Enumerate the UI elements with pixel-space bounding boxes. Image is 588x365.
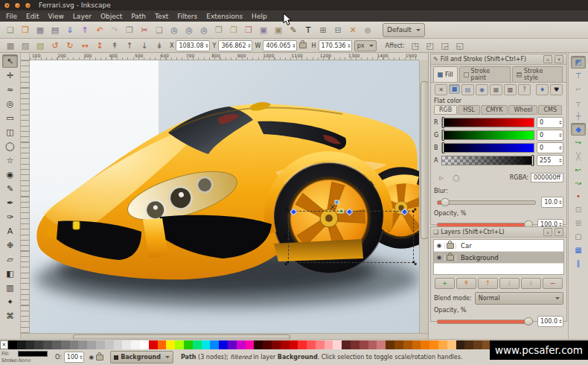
- x-input[interactable]: 1083.08: [176, 40, 209, 51]
- deselect-icon[interactable]: ▧: [33, 39, 47, 51]
- connector-tool[interactable]: ⌘: [2, 309, 18, 323]
- preferences-icon[interactable]: ●: [361, 24, 374, 36]
- palette-swatch[interactable]: [429, 340, 438, 349]
- tab-cmyk[interactable]: CMYK: [481, 105, 508, 115]
- palette-swatch[interactable]: [342, 340, 351, 349]
- palette-swatch[interactable]: [78, 340, 87, 349]
- palette-swatch[interactable]: [421, 340, 429, 349]
- raise-layer-top-button[interactable]: ↟: [456, 278, 476, 289]
- snap-bbox-corners-icon[interactable]: ⌐: [571, 83, 586, 95]
- palette-swatch[interactable]: [281, 340, 290, 349]
- current-fill-swatch[interactable]: [18, 351, 48, 357]
- flip-horizontal-icon[interactable]: ↔: [78, 39, 92, 51]
- palette-swatch[interactable]: [403, 340, 412, 349]
- close-panel-icon[interactable]: ✕: [555, 228, 563, 236]
- palette-swatch[interactable]: [359, 340, 368, 349]
- tab-rgb[interactable]: RGB: [434, 105, 457, 115]
- tab-stroke-paint[interactable]: Stroke paint: [459, 66, 511, 82]
- palette-swatch[interactable]: [447, 340, 456, 349]
- palette-swatch[interactable]: [184, 340, 193, 349]
- palette-swatch[interactable]: [368, 340, 377, 349]
- fill-pattern-icon[interactable]: ▦: [490, 84, 502, 95]
- palette-swatch[interactable]: [131, 340, 140, 349]
- spray-tool[interactable]: ❉: [2, 238, 18, 252]
- layer-lock-icon[interactable]: [96, 355, 103, 361]
- channel-slider-b[interactable]: [441, 143, 534, 153]
- palette-swatch[interactable]: [307, 340, 316, 349]
- menu-item-path[interactable]: Path: [127, 13, 150, 20]
- snap-midpoints-icon[interactable]: •: [571, 190, 586, 203]
- palette-swatch[interactable]: [219, 340, 228, 349]
- unit-dropdown[interactable]: px: [354, 40, 377, 51]
- layer-row-background[interactable]: ◉ Background: [434, 252, 563, 264]
- menu-item-text[interactable]: Text: [150, 13, 173, 20]
- palette-swatch[interactable]: [114, 340, 123, 349]
- collapse-panel-icon[interactable]: ▫: [543, 55, 552, 63]
- horizontal-scrollbar[interactable]: [21, 333, 428, 339]
- rgba-input[interactable]: 000000ff: [531, 173, 563, 182]
- snap-bbox-centers-icon[interactable]: ┼: [571, 110, 586, 122]
- palette-swatch[interactable]: [43, 340, 52, 349]
- menu-item-extensions[interactable]: Extensions: [202, 13, 247, 20]
- affect-move-patterns-icon[interactable]: ◱: [453, 39, 467, 51]
- palette-swatch[interactable]: [325, 340, 333, 349]
- tweak-tool[interactable]: ≈: [2, 83, 18, 96]
- select-touch-icon[interactable]: ▨: [19, 39, 32, 51]
- snap-path-intersections-icon[interactable]: ╳: [571, 150, 586, 162]
- layer-visibility-icon[interactable]: ◉: [437, 255, 442, 261]
- snap-bbox-edge-midpoints-icon[interactable]: ┬: [571, 96, 586, 109]
- select-all-icon[interactable]: ▩: [4, 39, 17, 51]
- palette-swatch[interactable]: [52, 340, 61, 349]
- canvas[interactable]: ↔ ↔ ↔ ↔ ↕ ↕ ↕: [30, 60, 419, 333]
- pencil-tool[interactable]: ✎: [2, 182, 18, 195]
- collapse-panel-icon[interactable]: ▫: [543, 228, 552, 236]
- snap-paths-icon[interactable]: ↪: [571, 136, 586, 149]
- palette-swatch[interactable]: [61, 340, 70, 349]
- calligraphy-tool[interactable]: ✑: [2, 210, 18, 223]
- palette-swatch[interactable]: [140, 340, 149, 349]
- snap-nodes-icon[interactable]: ◆: [571, 123, 586, 136]
- palette-swatch[interactable]: [394, 340, 403, 349]
- zoom-selection-icon[interactable]: ◎: [167, 24, 181, 36]
- palette-swatch[interactable]: [228, 340, 237, 349]
- redo-icon[interactable]: ↷: [108, 24, 121, 36]
- channel-slider-g[interactable]: [441, 130, 534, 140]
- fill-flat-icon[interactable]: ■: [449, 84, 460, 94]
- pen-tool[interactable]: ✒: [2, 196, 18, 209]
- palette-swatch[interactable]: [87, 340, 96, 349]
- import-icon[interactable]: ⇓: [63, 24, 77, 36]
- palette-swatch[interactable]: [263, 340, 272, 349]
- snap-bbox-edges-icon[interactable]: ⊤: [571, 69, 586, 82]
- close-panel-icon[interactable]: ✕: [555, 55, 563, 63]
- palette-swatch[interactable]: [26, 340, 35, 349]
- text-dialog-icon[interactable]: T: [301, 24, 315, 36]
- rotate-cw-icon[interactable]: ↻: [63, 39, 77, 51]
- palette-swatch[interactable]: [175, 340, 184, 349]
- raise-icon[interactable]: ↑: [123, 39, 136, 51]
- snap-rotation-centers-icon[interactable]: ⊞: [571, 217, 586, 229]
- selector-tool[interactable]: ↖: [2, 54, 18, 68]
- tab-hsl[interactable]: HSL: [458, 105, 480, 115]
- layers-opacity-value[interactable]: 100.0: [537, 316, 563, 327]
- unlink-clone-icon[interactable]: ❒: [242, 24, 255, 36]
- menu-item-edit[interactable]: Edit: [22, 13, 43, 20]
- lower-layer-button[interactable]: ↓: [499, 278, 520, 289]
- save-icon[interactable]: ▦: [33, 24, 47, 36]
- color-picker-icon[interactable]: ▹: [435, 171, 448, 183]
- zoom-tool[interactable]: ◎: [2, 97, 18, 110]
- menu-item-filters[interactable]: Filters: [173, 13, 202, 20]
- snap-grids-icon[interactable]: ▦: [571, 244, 586, 256]
- channel-value-b[interactable]: 0: [537, 142, 563, 153]
- h-input[interactable]: 170.536: [319, 40, 352, 51]
- raise-layer-button[interactable]: ↑: [478, 278, 498, 289]
- palette-swatch[interactable]: [438, 340, 447, 349]
- channel-slider-a[interactable]: [441, 156, 534, 165]
- channel-value-a[interactable]: 255: [537, 155, 563, 166]
- close-button[interactable]: ✕: [4, 2, 10, 9]
- tab-fill[interactable]: Fill: [433, 66, 458, 82]
- new-document-icon[interactable]: ❏: [4, 24, 17, 36]
- palette-swatch[interactable]: [246, 340, 255, 349]
- palette-swatch[interactable]: [237, 340, 246, 349]
- palette-swatch[interactable]: [105, 340, 114, 349]
- channel-value-g[interactable]: 0: [537, 130, 563, 141]
